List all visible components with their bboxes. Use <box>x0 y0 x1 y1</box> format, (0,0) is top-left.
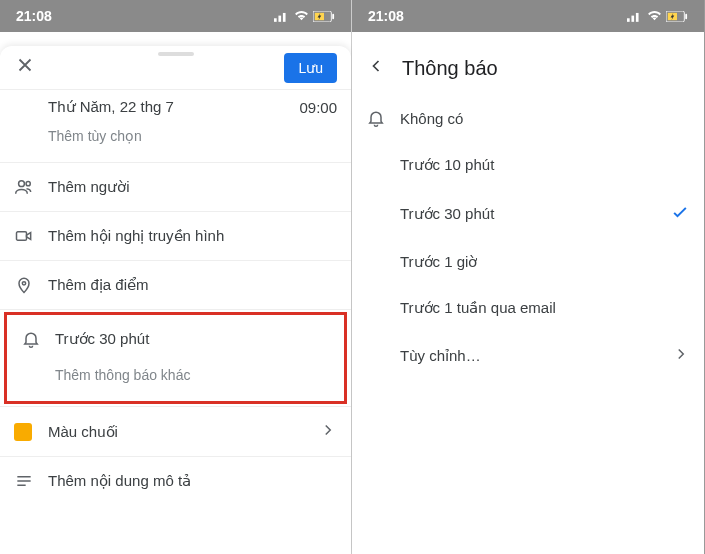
signal-icon <box>627 11 643 22</box>
add-notification-label: Thêm thông báo khác <box>21 367 330 383</box>
color-chip-slot <box>14 423 48 441</box>
svg-rect-4 <box>332 13 334 19</box>
chevron-right-icon <box>319 421 337 442</box>
save-button[interactable]: Lưu <box>284 53 337 83</box>
add-notification-row[interactable]: Thêm thông báo khác <box>7 363 344 401</box>
battery-icon <box>666 11 688 22</box>
svg-rect-12 <box>636 12 639 21</box>
status-time: 21:08 <box>368 8 404 24</box>
svg-point-6 <box>19 181 25 187</box>
event-edit-screen: 21:08 Lưu Thứ Năm, 22 thg 7 09:00 Thêm t… <box>0 0 352 554</box>
notification-highlight-box: Trước 30 phút Thêm thông báo khác <box>4 312 347 404</box>
location-icon <box>14 275 48 295</box>
color-row[interactable]: Màu chuối <box>0 407 351 456</box>
add-video-row[interactable]: Thêm hội nghị truyền hình <box>0 212 351 260</box>
add-location-row[interactable]: Thêm địa điểm <box>0 261 351 309</box>
add-description-label: Thêm nội dung mô tả <box>48 472 337 490</box>
option-1week-email[interactable]: Trước 1 tuần qua email <box>352 285 704 331</box>
svg-rect-14 <box>685 13 687 19</box>
add-location-label: Thêm địa điểm <box>48 276 337 294</box>
svg-rect-1 <box>278 15 281 21</box>
video-icon <box>14 226 48 246</box>
svg-point-9 <box>22 282 25 285</box>
svg-rect-11 <box>631 15 634 21</box>
svg-rect-2 <box>283 12 286 21</box>
add-video-label: Thêm hội nghị truyền hình <box>48 227 337 245</box>
svg-rect-8 <box>17 232 27 240</box>
svg-rect-10 <box>627 18 630 22</box>
signal-icon <box>274 11 290 22</box>
divider <box>0 309 351 310</box>
wifi-icon <box>647 11 662 22</box>
event-time-label: 09:00 <box>299 99 337 116</box>
wifi-icon <box>294 11 309 22</box>
status-icons <box>627 11 688 22</box>
event-date-row[interactable]: Thứ Năm, 22 thg 7 09:00 <box>0 90 351 124</box>
notification-options: Không có Trước 10 phút Trước 30 phút Trư… <box>352 94 704 380</box>
option-10min-label: Trước 10 phút <box>400 156 690 174</box>
status-time: 21:08 <box>16 8 52 24</box>
add-people-row[interactable]: Thêm người <box>0 163 351 211</box>
add-option-row[interactable]: Thêm tùy chọn <box>0 124 351 162</box>
add-option-label: Thêm tùy chọn <box>14 128 337 144</box>
option-none[interactable]: Không có <box>352 94 704 142</box>
option-custom-label: Tùy chỉnh… <box>400 347 672 365</box>
svg-point-7 <box>26 182 30 186</box>
description-icon <box>14 471 48 491</box>
option-10min[interactable]: Trước 10 phút <box>352 142 704 188</box>
notification-row[interactable]: Trước 30 phút <box>7 315 344 363</box>
status-icons <box>274 11 335 22</box>
close-icon[interactable] <box>14 54 36 82</box>
notification-value-label: Trước 30 phút <box>55 330 330 348</box>
bell-icon <box>21 329 55 349</box>
option-30min-label: Trước 30 phút <box>400 205 670 223</box>
option-1week-email-label: Trước 1 tuần qua email <box>400 299 690 317</box>
option-1hour-label: Trước 1 giờ <box>400 253 690 271</box>
edit-event-sheet: Lưu Thứ Năm, 22 thg 7 09:00 Thêm tùy chọ… <box>0 46 351 554</box>
notification-header: Thông báo <box>352 46 704 90</box>
bell-icon <box>366 108 400 128</box>
battery-icon <box>313 11 335 22</box>
option-none-label: Không có <box>400 110 690 127</box>
status-bar: 21:08 <box>352 0 704 32</box>
sheet-header: Lưu <box>0 46 351 90</box>
option-30min[interactable]: Trước 30 phút <box>352 188 704 239</box>
back-icon[interactable] <box>366 56 386 80</box>
color-chip <box>14 423 32 441</box>
event-date-label: Thứ Năm, 22 thg 7 <box>48 98 299 116</box>
color-label: Màu chuối <box>48 423 319 441</box>
svg-rect-0 <box>274 18 277 22</box>
add-people-label: Thêm người <box>48 178 337 196</box>
add-description-row[interactable]: Thêm nội dung mô tả <box>0 457 351 505</box>
option-custom[interactable]: Tùy chỉnh… <box>352 331 704 380</box>
people-icon <box>14 177 48 197</box>
notification-picker-screen: 21:08 Thông báo Không có Trước 10 phút <box>352 0 704 554</box>
status-bar: 21:08 <box>0 0 351 32</box>
chevron-right-icon <box>672 345 690 366</box>
option-1hour[interactable]: Trước 1 giờ <box>352 239 704 285</box>
notification-title: Thông báo <box>402 57 498 80</box>
sheet-grabber[interactable] <box>158 52 194 56</box>
notification-sheet: Thông báo Không có Trước 10 phút Trước 3… <box>352 46 704 554</box>
check-icon <box>670 202 690 225</box>
